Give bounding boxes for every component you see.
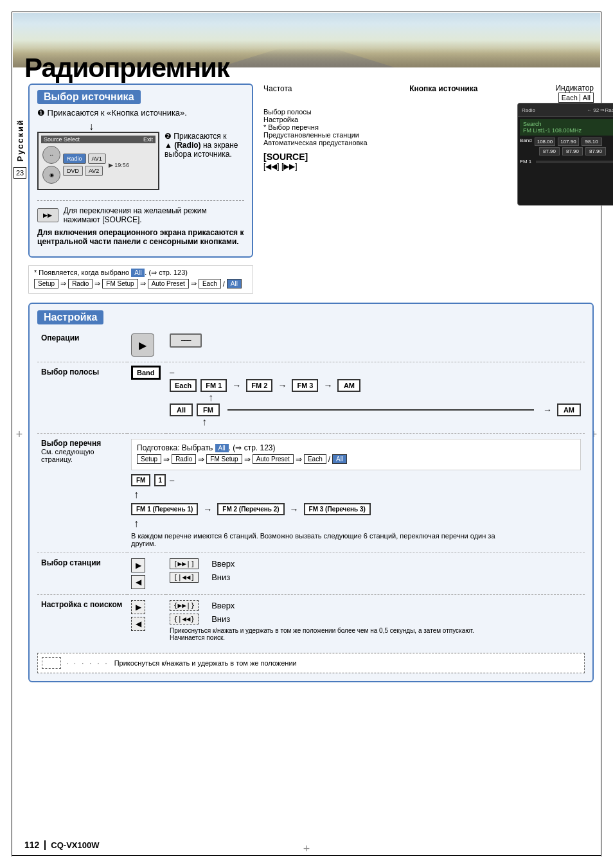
freq-label: Частота — [263, 84, 292, 93]
radio-display-freq: ← 92 ⇒Radio — [587, 107, 613, 113]
nav-path-bottom: Setup ⇒ Radio ⇒ FM Setup ⇒ Auto Preset ⇒… — [34, 279, 247, 288]
num-btn[interactable]: 1 — [154, 474, 166, 486]
dashed-separator-1 — [37, 200, 244, 201]
step1-text: ❶ Прикасаются к «Кнопка источника». — [37, 108, 187, 118]
source-area: Выбор источника ❶ Прикасаются к «Кнопка … — [28, 84, 594, 296]
d2: ⇒ — [198, 455, 204, 464]
screen-body: ↔ ◉ Radio AV1 DVD — [41, 143, 155, 186]
step2-prefix: ❷ Прикасаются к — [164, 132, 226, 141]
labels-row: Частота Кнопка источника Индикатор Each … — [263, 84, 594, 103]
nav-fm-setup: FM Setup — [102, 279, 138, 288]
source-section: Выбор источника ❶ Прикасаются к «Кнопка … — [28, 84, 253, 258]
source-note-box: ▶▶ Для переключения на желаемый режим на… — [37, 206, 244, 224]
nav-each: Each — [199, 279, 221, 288]
band-label-cell: Выбор полосы — [37, 362, 127, 434]
arrow-l2: → — [290, 504, 299, 515]
radio-btn[interactable]: Radio — [63, 154, 86, 164]
source-note-content: Для переключения на желаемый режим нажим… — [64, 206, 207, 224]
arrow4: → — [543, 405, 552, 415]
fm-btn[interactable]: FM — [131, 474, 150, 486]
list-dash: – — [170, 475, 174, 485]
source-icons: ↔ ◉ — [42, 146, 60, 184]
source-left-panel: Выбор источника ❶ Прикасаются к «Кнопка … — [28, 84, 253, 296]
list-prep-box: Подготовка: Выбрать All. (⇒ стр. 123) Se… — [131, 439, 581, 470]
list-up-arrow: ↑ — [134, 489, 581, 500]
search-btns: {▶▶|} Вверх {|◀◀} Вниз Прикоснуться к/на… — [166, 595, 585, 647]
list-nav-path: Setup ⇒ Radio ⇒ FM Setup ⇒ Auto Preset ⇒… — [137, 454, 575, 464]
search-nav-icons: ▶ ◀ — [131, 600, 162, 631]
search-label: Настройка с поиском — [37, 595, 127, 647]
source-btn-label: Кнопка источника — [409, 84, 477, 93]
each-band-row: Each FM 1 → FM 2 → FM 3 → AM — [170, 379, 581, 392]
fm-label[interactable]: FM — [197, 403, 220, 416]
ff-btn[interactable]: [▶▶|] — [170, 558, 199, 569]
am2-label[interactable]: AM — [557, 403, 581, 416]
source-btn-row2: DVD AV2 — [63, 166, 106, 176]
station-row: Выбор станции ▶ ◀ [▶▶|] Вверх [|◀◀] Вниз — [37, 553, 585, 595]
station-row-2: [|◀◀] Вниз — [170, 572, 581, 583]
search-back-icon[interactable]: ◀ — [131, 617, 145, 631]
search-forward-icon[interactable]: ▶ — [131, 600, 145, 614]
fm1-btn[interactable]: FM 1 — [200, 379, 227, 392]
av2-btn[interactable]: AV2 — [85, 166, 103, 176]
freq-btn-5: 87.90 — [562, 147, 583, 155]
fm-num-display: FM 1 — [520, 159, 531, 164]
av1-btn[interactable]: AV1 — [88, 154, 106, 164]
rew-btn[interactable]: [|◀◀] — [170, 572, 199, 583]
screen-time: ▶ 19:56 — [109, 162, 129, 168]
radio-unit-top: Radio ← 92 ⇒Radio Setup — [518, 103, 613, 117]
search-label: Search — [523, 121, 613, 127]
fm-up-arrow-2: ↑ — [202, 416, 581, 428]
nav-all: All — [227, 279, 242, 288]
list-note: В каждом перечне имеются 6 станций. Возм… — [131, 532, 504, 547]
indicator-each: Each — [562, 94, 578, 102]
spacer — [520, 147, 537, 155]
freq-label-area: Частота — [263, 84, 409, 103]
fm-up-arrow: ↑ — [208, 392, 581, 403]
source-btn-row1: Radio AV1 — [63, 154, 106, 164]
list1-btn[interactable]: FM 1 (Перечень 1) — [131, 503, 198, 515]
d4: ⇒ — [296, 455, 302, 464]
all-band-row: All FM → AM — [170, 403, 581, 416]
nav-auto-preset: Auto Preset — [148, 279, 189, 288]
prep-all-btn: All — [215, 444, 229, 452]
list-row: Выбор перечня См. следующую страницу. По… — [37, 434, 585, 553]
list-nav-setup: Setup — [137, 454, 161, 464]
forward-icon[interactable]: ▶ — [131, 333, 154, 357]
d3: ⇒ — [244, 455, 251, 464]
radio-main-display: Search FM List1-1 108.00MHz — [520, 119, 613, 136]
all-btn-note: All — [131, 269, 145, 277]
diamond3: ⇒ — [140, 279, 146, 288]
source-icon-2: ◉ — [42, 166, 60, 184]
search-rew-btn[interactable]: {|◀◀} — [170, 614, 199, 624]
station-forward-icon[interactable]: ▶ — [131, 558, 145, 572]
search-ff-btn[interactable]: {▶▶|} — [170, 600, 199, 611]
indicator-label: Индикатор — [555, 84, 594, 93]
tune-icon[interactable]: ━━━ — [170, 333, 202, 348]
band-dash-line: – — [170, 368, 581, 377]
indicator-area: Индикатор Each All — [555, 84, 594, 103]
radio-controls: FM 1 Auto All — [518, 157, 613, 166]
radio-time: ▶ 19:56 — [518, 166, 613, 175]
nav-setup: Setup — [34, 279, 58, 288]
all-label: All — [170, 403, 193, 416]
list-up-arrow-2: ↑ — [134, 518, 581, 529]
indicator-box: Each All — [558, 93, 594, 103]
arrow-l1: → — [203, 504, 212, 515]
dvd-btn[interactable]: DVD — [63, 166, 83, 176]
list2-btn[interactable]: FM 2 (Перечень 2) — [217, 503, 284, 515]
station-back-icon[interactable]: ◀ — [131, 575, 145, 589]
step1: ❶ Прикасаются к «Кнопка источника». — [37, 108, 244, 118]
band-btn[interactable]: Band — [131, 366, 161, 380]
progress-bar — [536, 161, 613, 163]
setup-section: Настройка Операции ▶ ━━━ Выбор полосы Ba… — [28, 303, 594, 682]
fm-list-display: FM List1-1 108.00MHz — [523, 127, 613, 134]
fm2-btn[interactable]: FM 2 — [246, 379, 272, 392]
page-number: 112 — [24, 840, 39, 850]
operations-op2: ━━━ — [166, 328, 585, 362]
down-text: Вниз — [211, 572, 230, 582]
list3-btn[interactable]: FM 3 (Перечень 3) — [304, 503, 371, 515]
arrow-down: ↓ — [89, 121, 244, 132]
am-btn[interactable]: AM — [337, 379, 360, 392]
fm3-btn[interactable]: FM 3 — [292, 379, 318, 392]
